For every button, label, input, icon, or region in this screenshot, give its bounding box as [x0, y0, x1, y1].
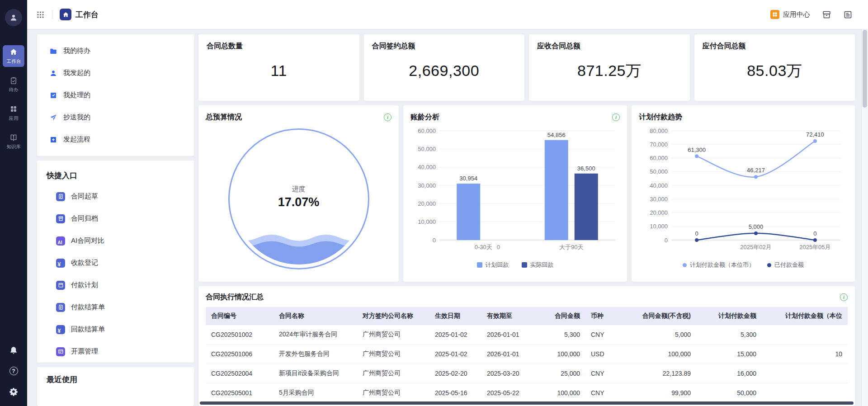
info-icon[interactable]: i [384, 113, 392, 121]
menu-item-initiated-by-me[interactable]: 我发起的 [37, 62, 194, 84]
initiated-icon [49, 69, 57, 77]
quick-item-ai-contract-compare[interactable]: AI AI合同对比 [37, 230, 194, 252]
home-icon [9, 48, 18, 56]
menu-item-processed-by-me[interactable]: 我处理的 [37, 84, 194, 106]
quick-item-receipt-statement[interactable]: ¥ 回款结算单 [37, 318, 194, 340]
quick-item-invoice-manage[interactable]: 开票管理 [37, 340, 194, 363]
rail-bottom: ? [9, 346, 18, 396]
table-cell: 广州商贸公司 [357, 383, 429, 403]
app-rail: 工作台 待办 应用 知识库 ? [0, 0, 27, 406]
ai-compare-icon: AI [56, 236, 65, 245]
menu-item-cc-to-me[interactable]: 抄送我的 [37, 106, 194, 128]
processed-icon [49, 91, 57, 99]
stat-label: 合同总数量 [207, 42, 351, 51]
table-cell [762, 383, 848, 403]
stat-card-total-payable: 应付合同总额 85.03万 [694, 34, 855, 101]
stat-card-total-contracts: 合同总数量 11 [198, 34, 359, 101]
menu-item-label: 发起流程 [63, 135, 90, 144]
table-cell: 5,300 [538, 325, 585, 345]
svg-text:60,000: 60,000 [418, 127, 436, 134]
payment-trend-card: 计划付款趋势 010,00020,00030,00040,00050,00060… [632, 105, 855, 282]
svg-text:2025年02月: 2025年02月 [740, 244, 771, 250]
info-icon[interactable]: i [840, 293, 848, 301]
table-row[interactable]: CG2025010022024年审计服务合同广州商贸公司2025-01-0220… [206, 325, 848, 345]
app-center-icon [770, 10, 779, 19]
page-scrollbar-track[interactable] [861, 29, 868, 406]
charts-row: 总预算情况 i [198, 105, 855, 282]
storage-icon[interactable] [822, 10, 831, 19]
stat-value: 11 [198, 61, 359, 79]
svg-text:40,000: 40,000 [650, 182, 668, 189]
quick-entry-card: 快捷入口 合同起草 合同归档 AI AI合同对比 ¥ 收款登记 付款计划 付款结… [37, 161, 194, 363]
quick-item-label: 付款计划 [71, 281, 98, 289]
rail-item-todo[interactable]: 待办 [3, 74, 24, 95]
table-cell: 2025-01-02 [429, 325, 481, 345]
quick-item-receipt-register[interactable]: ¥ 收款登记 [37, 252, 194, 274]
quick-item-payment-statement[interactable]: 付款结算单 [37, 296, 194, 318]
knowledge-icon [9, 133, 18, 142]
contract-draft-icon [56, 192, 65, 201]
menu-item-start-process[interactable]: 发起流程 [37, 128, 194, 151]
page-scrollbar-thumb[interactable] [863, 30, 867, 108]
gear-icon[interactable] [9, 387, 18, 396]
stat-value: 871.25万 [529, 61, 690, 81]
menu-item-my-todo[interactable]: 我的待办 [37, 40, 194, 62]
table-cell: USD [585, 345, 628, 364]
table-cell: 99,900 [628, 383, 696, 403]
quick-item-contract-archive[interactable]: 合同归档 [37, 208, 194, 230]
rail-item-apps[interactable]: 应用 [3, 102, 24, 124]
quick-item-label: 合同归档 [71, 214, 98, 223]
svg-text:80,000: 80,000 [650, 127, 668, 134]
rail-item-label: 工作台 [6, 58, 20, 64]
receipt-register-icon: ¥ [56, 259, 65, 268]
aging-analysis-title: 账龄分析 [410, 113, 439, 122]
stat-value: 2,669,300 [364, 61, 525, 79]
table-cell: 100,000 [538, 345, 585, 364]
svg-text:50,000: 50,000 [650, 168, 668, 175]
legend-item[interactable]: 计划回款 [477, 261, 509, 269]
quick-entry-title: 快捷入口 [37, 167, 194, 185]
contract-table-clip: 合同编号合同名称对方签约公司名称生效日期有效期至合同金额币种合同金额(不含税)计… [206, 307, 848, 403]
user-avatar[interactable] [5, 9, 22, 26]
table-cell: 16,000 [696, 364, 762, 383]
svg-text:2025年05月: 2025年05月 [799, 244, 830, 250]
column-header: 合同金额(不含税) [628, 307, 696, 325]
rail-item-knowledge[interactable]: 知识库 [3, 131, 24, 152]
legend-item[interactable]: 实际回款 [522, 261, 554, 269]
budget-gauge-title: 总预算情况 [206, 113, 242, 122]
quick-item-payment-plan[interactable]: 付款计划 [37, 274, 194, 296]
quick-item-label: 收款登记 [71, 259, 98, 267]
bell-icon[interactable] [9, 346, 18, 355]
rail-item-label: 知识库 [6, 143, 20, 150]
quick-item-contract-draft[interactable]: 合同起草 [37, 185, 194, 208]
help-icon[interactable]: ? [9, 367, 18, 375]
column-header: 有效期至 [481, 307, 538, 325]
news-icon[interactable] [843, 10, 853, 19]
table-cell: 100,000 [538, 383, 585, 403]
table-cell: 广州商贸公司 [357, 345, 429, 364]
payment-trend-line-chart: 010,00020,00030,00040,00050,00060,00070,… [639, 123, 848, 259]
table-cell: CNY [585, 325, 628, 345]
quick-item-label: 回款结算单 [71, 325, 105, 334]
svg-text:54,856: 54,856 [547, 132, 566, 138]
legend-item[interactable]: 计划付款金额（本位币） [683, 261, 755, 269]
svg-text:70,000: 70,000 [650, 141, 668, 148]
table-cell: 15,000 [696, 345, 762, 364]
legend-label: 计划回款 [486, 261, 509, 269]
table-row[interactable]: CG202502004新项目it设备采购合同广州商贸公司2025-02-2020… [206, 364, 848, 383]
legend-item[interactable]: 已付款金额 [767, 261, 804, 269]
legend-swatch [683, 263, 687, 267]
app-center-button[interactable]: 应用中心 [770, 10, 810, 19]
rail-item-workbench[interactable]: 工作台 [3, 45, 24, 67]
menu-item-label: 我的待办 [63, 47, 90, 55]
table-cell: 2025-02-20 [429, 364, 481, 383]
person-icon [9, 13, 18, 22]
table-row[interactable]: CG202501006开发外包服务合同广州商贸公司2025-01-022026-… [206, 345, 848, 364]
svg-text:30,000: 30,000 [418, 182, 436, 189]
info-icon[interactable]: i [612, 113, 620, 121]
svg-text:46,217: 46,217 [747, 167, 765, 174]
table-h-scrollbar[interactable] [200, 401, 854, 405]
table-row[interactable]: CG2025050015月采购合同广州商贸公司2025-05-162025-05… [206, 383, 848, 403]
grid-menu-icon[interactable] [36, 10, 45, 19]
column-header: 对方签约公司名称 [357, 307, 429, 325]
